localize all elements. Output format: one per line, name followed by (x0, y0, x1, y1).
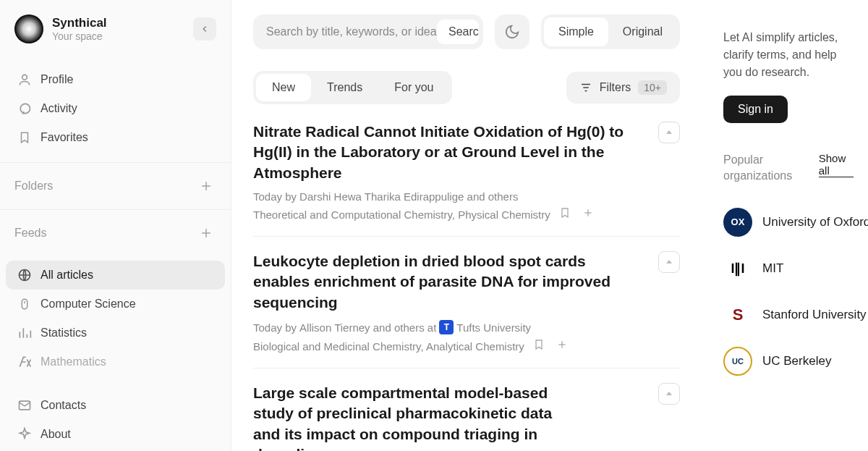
article-title[interactable]: Nitrate Radical Cannot Initiate Oxidatio… (253, 122, 629, 183)
org-badge-icon: T (439, 320, 454, 334)
signin-button[interactable]: Sign in (723, 96, 788, 123)
bookmark-button[interactable] (533, 339, 548, 353)
filters-count: 10+ (638, 80, 667, 95)
article-meta: Today by Darshi Hewa Tharika Edirappulig… (253, 190, 644, 203)
feed-mathematics[interactable]: Mathematics (6, 347, 225, 376)
nav-item-about[interactable]: About (6, 420, 225, 449)
mail-icon (17, 398, 32, 413)
org-logo: UC (723, 347, 752, 376)
view-simple-button[interactable]: Simple (544, 17, 608, 46)
brand: Synthical Your space (0, 14, 231, 58)
feed-label: Statistics (41, 326, 87, 340)
search-input[interactable] (266, 25, 437, 38)
org-item-mit[interactable]: I‖I MIT (723, 245, 854, 292)
right-panel: Let AI simplify articles, clarify terms,… (702, 0, 868, 451)
filter-icon (579, 81, 592, 94)
tabs: New Trends For you (253, 71, 452, 104)
svg-point-0 (22, 75, 27, 80)
article-item: Large scale compartmental model-based st… (253, 368, 680, 451)
filters-button[interactable]: Filters 10+ (566, 72, 680, 104)
chart-icon (17, 326, 32, 340)
tabs-row: New Trends For you Filters 10+ (253, 71, 680, 104)
org-item-berkeley[interactable]: UC UC Berkeley (723, 338, 854, 384)
org-list: OX University of Oxford I‖I MIT S Stanfo… (723, 199, 854, 384)
org-logo: S (723, 300, 752, 329)
nav-item-favorites[interactable]: Favorites (6, 123, 225, 152)
tab-foryou[interactable]: For you (378, 74, 449, 101)
feed-computer-science[interactable]: Computer Science (6, 290, 225, 319)
upvote-button[interactable] (658, 251, 680, 273)
article-list: Nitrate Radical Cannot Initiate Oxidatio… (253, 122, 680, 451)
org-item-oxford[interactable]: OX University of Oxford (723, 199, 854, 245)
nav-label: Favorites (41, 131, 88, 144)
article-meta: Today by Allison Tierney and others at T… (253, 320, 644, 334)
feed-label: All articles (41, 269, 93, 282)
article-tags: Biological and Medicinal Chemistry, Anal… (253, 339, 644, 353)
nav-item-contacts[interactable]: Contacts (6, 391, 225, 420)
feeds-header: Feeds (0, 213, 231, 253)
feed-statistics[interactable]: Statistics (6, 319, 225, 347)
brand-title: Synthical (52, 16, 184, 30)
article-tags: Theoretical and Computational Chemistry,… (253, 207, 644, 222)
nav-item-profile[interactable]: Profile (6, 65, 225, 94)
user-icon (17, 72, 32, 87)
bookmark-button[interactable] (559, 207, 574, 222)
add-button[interactable] (556, 339, 571, 353)
collapse-sidebar-button[interactable] (193, 17, 216, 41)
article-title[interactable]: Leukocyte depletion in dried blood spot … (253, 251, 629, 313)
function-icon (17, 355, 32, 369)
main-content: Search Simple Original New Trends For yo… (231, 0, 702, 451)
feed-label: Computer Science (41, 298, 136, 311)
globe-icon (17, 268, 32, 282)
brand-subtitle: Your space (52, 30, 184, 42)
nav-label: Activity (41, 102, 77, 115)
feeds-list: All articles Computer Science Statistics… (0, 253, 231, 384)
article-item: Nitrate Radical Cannot Initiate Oxidatio… (253, 122, 680, 237)
feed-all-articles[interactable]: All articles (6, 261, 225, 290)
folders-header: Folders (0, 166, 231, 206)
org-logo: I‖I (723, 254, 752, 283)
upvote-button[interactable] (658, 383, 680, 405)
article-item: Leukocyte depletion in dried blood spot … (253, 237, 680, 368)
svg-rect-6 (22, 299, 27, 309)
nav-label: Contacts (41, 399, 86, 412)
nav-label: About (41, 428, 71, 441)
add-button[interactable] (582, 207, 597, 222)
org-item-stanford[interactable]: S Stanford University (723, 292, 854, 338)
feed-label: Mathematics (41, 355, 106, 368)
pitch-text: Let AI simplify articles, clarify terms,… (723, 29, 854, 81)
chat-icon (17, 101, 32, 116)
search-button[interactable]: Search (437, 20, 479, 44)
add-folder-button[interactable] (196, 176, 216, 196)
popular-orgs-header: Popular organizations (723, 152, 819, 185)
nav-label: Profile (41, 73, 73, 86)
mouse-icon (17, 297, 32, 311)
bookmark-icon (17, 130, 32, 145)
article-title[interactable]: Large scale compartmental model-based st… (253, 383, 557, 451)
show-all-link[interactable]: Show all (819, 152, 854, 177)
upvote-button[interactable] (658, 122, 680, 143)
nav-bottom: Contacts About (0, 384, 231, 451)
brand-logo (14, 14, 43, 43)
sidebar: Synthical Your space Profile Activity Fa… (0, 0, 231, 451)
topbar: Search Simple Original (253, 14, 680, 49)
nav-primary: Profile Activity Favorites (0, 58, 231, 159)
org-logo: OX (723, 208, 752, 237)
tab-new[interactable]: New (256, 74, 311, 101)
view-original-button[interactable]: Original (608, 17, 677, 46)
tab-trends[interactable]: Trends (311, 74, 378, 101)
add-feed-button[interactable] (196, 223, 216, 243)
nav-item-activity[interactable]: Activity (6, 94, 225, 123)
search-wrap: Search (253, 14, 483, 49)
view-toggle: Simple Original (541, 14, 680, 49)
theme-toggle-button[interactable] (495, 14, 529, 49)
sparkle-icon (17, 427, 32, 442)
moon-icon (504, 24, 520, 40)
